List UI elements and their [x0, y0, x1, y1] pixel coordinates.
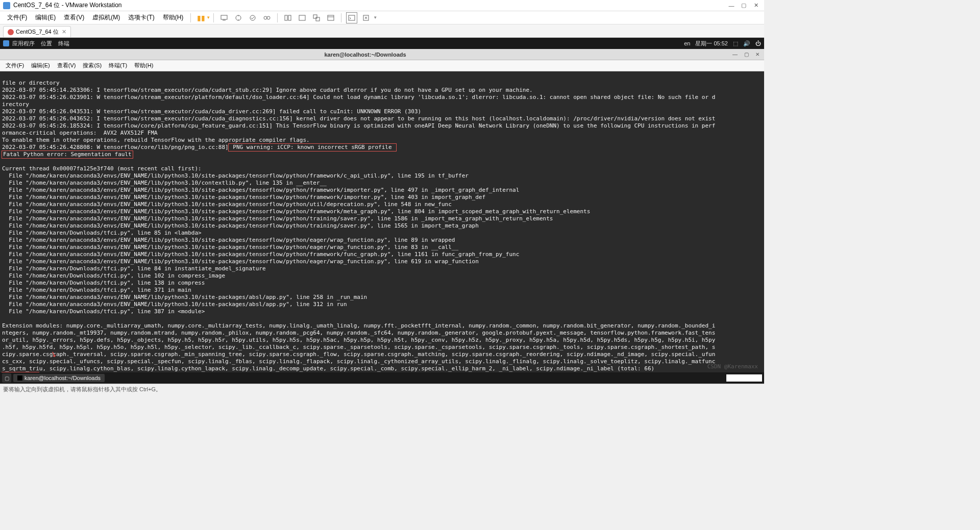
single-view-icon[interactable] [297, 13, 307, 23]
separator [190, 13, 191, 22]
term-line: File "/home/karen/Downloads/tfci.py", li… [2, 272, 225, 279]
term-menu-terminal[interactable]: 终端(T) [105, 61, 131, 70]
svg-rect-12 [349, 15, 355, 20]
term-line: To enable them in other operations, rebu… [2, 137, 310, 143]
vmware-titlebar: CentOS_7_64 位 - VMware Workstation — ▢ ✕ [0, 0, 764, 11]
power-icon[interactable]: ⏻ [755, 40, 761, 46]
term-line: s_sqrtm_triu, scipy.linalg.cython_blas, … [2, 365, 654, 372]
svg-rect-6 [285, 15, 287, 20]
console-icon[interactable] [347, 13, 357, 23]
pause-dropdown-icon[interactable]: ▼ [206, 15, 210, 20]
lang-indicator[interactable]: en [684, 40, 690, 46]
menu-help[interactable]: 帮助(H) [159, 12, 188, 23]
term-line: File "/home/karen/anaconda3/envs/ENV_NAM… [2, 237, 455, 243]
term-line: File "/home/karen/anaconda3/envs/ENV_NAM… [2, 172, 469, 179]
statusbar-text: 要将输入定向到该虚拟机，请将鼠标指针移入其中或按 Ctrl+G。 [3, 386, 161, 393]
pause-icon[interactable]: ▮▮ [197, 14, 205, 22]
vmware-statusbar: 要将输入定向到该虚拟机，请将鼠标指针移入其中或按 Ctrl+G。 [0, 384, 764, 395]
term-line: ormance-critical operations: AVX2 AVX512… [2, 130, 158, 136]
stretch-icon[interactable] [361, 13, 371, 23]
gnome-places[interactable]: 位置 [41, 40, 52, 47]
separator [341, 13, 341, 22]
term-line: 2022-03-07 05:45:26.043531: W tensorflow… [2, 108, 421, 115]
menu-vm[interactable]: 虚拟机(M) [88, 12, 124, 23]
svg-rect-11 [328, 15, 334, 20]
term-line: File "/home/karen/anaconda3/envs/ENV_NAM… [2, 187, 519, 193]
term-line: File "/home/karen/Downloads/tfci.py", li… [2, 265, 266, 272]
term-line: File "/home/karen/anaconda3/envs/ENV_NAM… [2, 244, 458, 250]
taskbar-input[interactable] [726, 374, 762, 382]
term-menu-edit[interactable]: 编辑(E) [28, 61, 54, 70]
terminal-icon [17, 375, 22, 381]
term-line: irectory [2, 101, 29, 108]
gnome-top-bar: 应用程序 位置 终端 en 星期一 05:52 ⬚ 🔊 ⏻ [0, 38, 764, 49]
term-line: Current thread 0x00007fa125e3f740 (most … [2, 165, 202, 172]
term-line: File "/home/karen/anaconda3/envs/ENV_NAM… [2, 201, 452, 208]
taskbar-terminal-button[interactable]: karen@localhost:~/Downloads [13, 374, 105, 382]
terminal-menubar: 文件(F) 编辑(E) 查看(V) 搜索(S) 终端(T) 帮助(H) [0, 60, 764, 71]
term-line: 2022-03-07 05:45:14.263306: I tensorflow… [2, 87, 533, 93]
maximize-button[interactable]: ▢ [739, 2, 749, 10]
term-close-button[interactable]: ✕ [753, 51, 762, 58]
terminal-title: karen@localhost:~/Downloads [0, 52, 730, 58]
minimize-button[interactable]: — [726, 2, 737, 10]
show-desktop-icon[interactable]: ▢ [2, 373, 11, 383]
unity-icon[interactable] [311, 13, 322, 23]
menu-file[interactable]: 文件(F) [3, 12, 31, 23]
term-menu-search[interactable]: 搜索(S) [79, 61, 105, 70]
close-icon[interactable]: ✕ [62, 29, 66, 35]
svg-point-5 [267, 16, 270, 19]
term-minimize-button[interactable]: — [730, 51, 740, 58]
term-menu-file[interactable]: 文件(F) [2, 61, 28, 70]
gnome-taskbar: ▢ karen@localhost:~/Downloads [0, 372, 764, 384]
highlight-fatal-error: Fatal Python error: Segmentation fault [2, 151, 133, 158]
term-line: File "/home/karen/anaconda3/envs/ENV_NAM… [2, 180, 327, 186]
split-left-icon[interactable] [283, 13, 293, 23]
term-line: File "/home/karen/Downloads/tfci.py", li… [2, 308, 205, 315]
gnome-terminal-label[interactable]: 终端 [58, 40, 69, 47]
svg-rect-7 [288, 15, 291, 20]
term-line: File "/home/karen/anaconda3/envs/ENV_NAM… [2, 194, 485, 200]
term-line: 2022-03-07 05:45:26.043652: I tensorflow… [2, 115, 715, 122]
menu-edit[interactable]: 编辑(E) [31, 12, 60, 23]
terminal-output[interactable]: file or directory 2022-03-07 05:45:14.26… [0, 71, 764, 372]
stretch-dropdown-icon[interactable]: ▼ [373, 15, 377, 20]
separator [213, 13, 214, 22]
snapshot-manager-icon[interactable] [262, 13, 272, 23]
vm-tab-strip: CentOS_7_64 位 ✕ [0, 24, 764, 38]
menu-tabs[interactable]: 选项卡(T) [124, 12, 158, 23]
term-line: File "/home/karen/Downloads/tfci.py", li… [2, 287, 191, 293]
term-maximize-button[interactable]: ▢ [742, 51, 751, 58]
term-line: file or directory [2, 80, 60, 86]
term-line: File "/home/karen/anaconda3/envs/ENV_NAM… [2, 251, 519, 258]
svg-point-3 [250, 15, 255, 20]
term-line: ntegers, numpy.random._mt19937, numpy.ra… [2, 330, 715, 336]
volume-icon[interactable]: 🔊 [743, 40, 750, 47]
vmware-menubar: 文件(F) 编辑(E) 查看(V) 虚拟机(M) 选项卡(T) 帮助(H) ▮▮… [0, 11, 764, 24]
term-menu-view[interactable]: 查看(V) [54, 61, 80, 70]
term-line: File "/home/karen/anaconda3/envs/ENV_NAM… [2, 222, 479, 229]
vm-tab-label: CentOS_7_64 位 [16, 28, 59, 36]
gnome-applications[interactable]: 应用程序 [12, 40, 35, 47]
network-icon[interactable]: ⬚ [733, 40, 738, 47]
vm-tab-centos[interactable]: CentOS_7_64 位 ✕ [3, 26, 71, 37]
close-button[interactable]: ✕ [751, 2, 761, 10]
vm-running-icon [8, 29, 14, 35]
snapshot-revert-icon[interactable] [248, 13, 258, 23]
snapshot-icon[interactable] [233, 13, 243, 23]
term-line: or_util, h5py._errors, h5py.defs, h5py._… [2, 337, 715, 343]
term-menu-help[interactable]: 帮助(H) [131, 61, 157, 70]
clock[interactable]: 星期一 05:52 [695, 40, 728, 47]
term-line: .h5f, h5py.h5fd, h5py.h5pl, h5py.h5o, h5… [2, 344, 715, 350]
vmware-icon [3, 2, 10, 9]
term-line: File "/home/karen/anaconda3/envs/ENV_NAM… [2, 258, 479, 265]
menu-view[interactable]: 查看(V) [60, 12, 88, 23]
term-line: 2022-03-07 05:45:26.185324: I tensorflow… [2, 122, 715, 129]
term-line: cipy.sparse.csgraph._traversal, scipy.sp… [2, 351, 715, 358]
term-line: 2022-03-07 05:45:26.428808: W tensorflow… [2, 144, 229, 150]
activities-icon[interactable] [3, 40, 9, 46]
fullscreen-icon[interactable] [326, 13, 336, 23]
term-line: File "/home/karen/anaconda3/envs/ENV_NAM… [2, 215, 553, 222]
term-line: File "/home/karen/anaconda3/envs/ENV_NAM… [2, 208, 590, 215]
send-input-icon[interactable] [219, 13, 229, 23]
